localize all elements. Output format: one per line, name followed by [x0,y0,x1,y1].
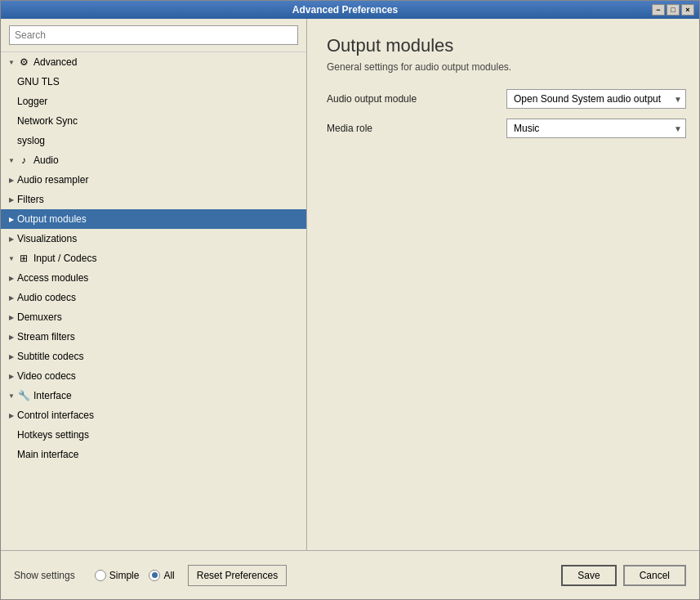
bottom-right: Save Cancel [561,565,686,586]
settings-row-media-role: Media roleMusic▼ [327,119,680,138]
tree-label-main-interface: Main interface [17,449,78,460]
show-settings-label: Show settings [14,570,75,581]
settings-label-audio-output-module: Audio output module [327,93,506,105]
tree-item-input-codecs[interactable]: ▼⊞Input / Codecs [1,249,306,268]
dropdown-audio-output-module[interactable]: Open Sound System audio output▼ [506,89,686,109]
tree-label-audio-resampler: Audio resampler [17,174,88,186]
tree-label-visualizations: Visualizations [17,233,77,244]
minimize-button[interactable]: − [652,4,665,16]
close-button[interactable]: × [681,4,694,16]
tree-item-interface[interactable]: ▼🔧Interface [1,386,306,405]
tree-item-network-sync[interactable]: Network Sync [1,111,306,131]
tree-icon-input-codecs: ⊞ [17,252,30,265]
tree-item-audio-codecs[interactable]: ▶Audio codecs [1,288,306,307]
tree-toggle-logger[interactable] [6,96,17,107]
tree-label-subtitle-codecs: Subtitle codecs [17,351,83,362]
radio-all[interactable]: All [149,570,174,581]
maximize-button[interactable]: □ [667,4,680,16]
radio-simple[interactable]: Simple [95,570,140,581]
tree-item-output-modules[interactable]: ▶Output modules [1,209,306,229]
reset-preferences-button[interactable]: Reset Preferences [188,565,287,586]
tree-toggle-hotkeys-settings[interactable] [6,429,17,441]
dropdown-arrow-audio-output-module: ▼ [674,95,682,104]
page-title: Output modules [327,35,680,56]
tree-toggle-audio-codecs[interactable]: ▶ [6,292,17,303]
tree-toggle-demuxers[interactable]: ▶ [6,311,17,323]
radio-group: Simple All [95,570,175,581]
settings-control-media-role: Music▼ [506,119,686,138]
tree-label-filters: Filters [17,194,44,205]
right-panel: Output modules General settings for audi… [307,19,699,550]
dropdown-value-audio-output-module: Open Sound System audio output [514,93,661,105]
tree-label-interface: Interface [33,390,72,401]
tree-toggle-input-codecs[interactable]: ▼ [6,253,17,264]
tree-toggle-audio-resampler[interactable]: ▶ [6,174,17,186]
tree-toggle-main-interface[interactable] [6,449,17,460]
tree-label-audio-codecs: Audio codecs [17,292,76,303]
save-button[interactable]: Save [561,565,616,586]
tree-toggle-network-sync[interactable] [6,115,17,127]
tree-item-advanced[interactable]: ▼⚙Advanced [1,52,306,72]
tree-toggle-advanced[interactable]: ▼ [6,56,17,68]
radio-simple-btn[interactable] [95,570,106,581]
settings-table: Audio output moduleOpen Sound System aud… [327,89,680,138]
cancel-button[interactable]: Cancel [623,565,686,586]
tree-toggle-control-interfaces[interactable]: ▶ [6,410,17,421]
window-title: Advanced Preferences [38,4,652,16]
tree-item-syslog[interactable]: syslog [1,131,306,150]
tree-item-control-interfaces[interactable]: ▶Control interfaces [1,405,306,425]
tree-item-video-codecs[interactable]: ▶Video codecs [1,366,306,386]
tree-icon-interface: 🔧 [17,389,30,402]
content-area: ▼⚙AdvancedGNU TLSLoggerNetwork Syncsyslo… [1,19,699,550]
settings-row-audio-output-module: Audio output moduleOpen Sound System aud… [327,89,680,109]
tree-toggle-gnu-tls[interactable] [6,76,17,87]
search-bar [1,19,306,52]
tree-label-demuxers: Demuxers [17,311,62,323]
tree-label-stream-filters: Stream filters [17,331,75,343]
tree-toggle-output-modules[interactable]: ▶ [6,213,17,225]
tree-label-input-codecs: Input / Codecs [33,253,96,264]
tree-label-video-codecs: Video codecs [17,370,76,382]
search-input[interactable] [9,25,298,45]
tree-item-visualizations[interactable]: ▶Visualizations [1,229,306,249]
bottom-left: Show settings Simple All Reset Preferenc… [14,565,287,586]
tree-icon-advanced: ⚙ [17,56,30,69]
page-description: General settings for audio output module… [327,61,680,73]
tree-item-main-interface[interactable]: Main interface [1,445,306,464]
tree-item-subtitle-codecs[interactable]: ▶Subtitle codecs [1,347,306,366]
tree-toggle-subtitle-codecs[interactable]: ▶ [6,351,17,362]
radio-simple-label: Simple [109,570,140,581]
main-window: Advanced Preferences − □ × ▼⚙AdvancedGNU… [0,0,700,600]
left-panel: ▼⚙AdvancedGNU TLSLoggerNetwork Syncsyslo… [1,19,307,550]
tree-toggle-visualizations[interactable]: ▶ [6,233,17,244]
tree-item-stream-filters[interactable]: ▶Stream filters [1,327,306,347]
tree-item-access-modules[interactable]: ▶Access modules [1,268,306,288]
radio-all-label: All [163,570,174,581]
tree-label-output-modules: Output modules [17,213,87,225]
tree-label-access-modules: Access modules [17,272,88,284]
tree-label-advanced: Advanced [33,56,77,68]
tree-item-demuxers[interactable]: ▶Demuxers [1,307,306,327]
tree-label-gnu-tls: GNU TLS [17,76,60,87]
tree-item-logger[interactable]: Logger [1,92,306,111]
tree-toggle-video-codecs[interactable]: ▶ [6,370,17,382]
tree-toggle-interface[interactable]: ▼ [6,390,17,401]
radio-all-btn[interactable] [149,570,160,581]
tree-area: ▼⚙AdvancedGNU TLSLoggerNetwork Syncsyslo… [1,52,306,550]
tree-toggle-access-modules[interactable]: ▶ [6,272,17,284]
tree-toggle-filters[interactable]: ▶ [6,194,17,205]
tree-toggle-syslog[interactable] [6,135,17,146]
tree-icon-audio: ♪ [17,154,30,167]
titlebar-buttons: − □ × [652,4,694,16]
tree-item-audio-resampler[interactable]: ▶Audio resampler [1,170,306,190]
tree-item-hotkeys-settings[interactable]: Hotkeys settings [1,425,306,445]
tree-label-audio: Audio [33,154,59,166]
tree-item-gnu-tls[interactable]: GNU TLS [1,72,306,92]
tree-item-filters[interactable]: ▶Filters [1,190,306,209]
titlebar: Advanced Preferences − □ × [1,1,699,19]
tree-item-audio[interactable]: ▼♪Audio [1,150,306,170]
dropdown-media-role[interactable]: Music▼ [506,119,686,138]
bottom-bar: Show settings Simple All Reset Preferenc… [1,550,699,599]
tree-toggle-audio[interactable]: ▼ [6,154,17,166]
tree-toggle-stream-filters[interactable]: ▶ [6,331,17,343]
